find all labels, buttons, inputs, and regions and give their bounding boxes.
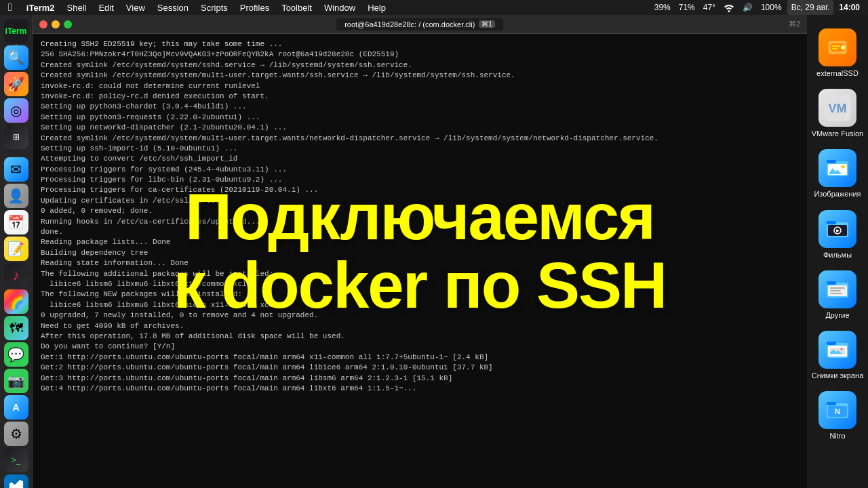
dock-icon-facetime[interactable]: 📷 xyxy=(4,369,28,393)
terminal-line-7: Setting up python3-chardet (3.0.4-4build… xyxy=(41,102,799,112)
terminal-line-6: invoke-rc.d: policy-rc.d denied executio… xyxy=(41,92,799,102)
externalssd-label: externalSSD xyxy=(816,69,859,78)
menu-left:  iTerm2 Shell Edit View Session Scripts… xyxy=(0,0,392,15)
dock-icon-maps[interactable]: 🗺 xyxy=(4,316,28,340)
terminal-line-4: Created symlink /etc/systemd/system/mult… xyxy=(41,70,799,81)
dock-icon-finder[interactable]: 🔍 xyxy=(4,45,28,70)
menu-edit[interactable]: Edit xyxy=(92,0,119,15)
dock-icon-messages[interactable]: 💬 xyxy=(4,342,28,367)
vmware-label: VMware Fusion xyxy=(812,129,863,138)
dock-icon-notes[interactable]: 📝 xyxy=(4,237,28,261)
other-folder-icon xyxy=(818,270,856,308)
tab-1-title: root@6a419d28e28c: / (com.docker.cli) xyxy=(344,20,475,28)
desktop-icon-films[interactable]: Фильмы xyxy=(810,210,865,260)
terminal-line-34: Get:4 http://ports.ubuntu.com/ubuntu-por… xyxy=(41,384,799,394)
window-controls xyxy=(39,20,72,28)
dock-icon-apps[interactable]: ⊞ xyxy=(4,125,28,149)
terminal-line-15: Processing triggers for ca-certificates … xyxy=(41,185,799,195)
images-folder-label: Изображения xyxy=(814,190,861,199)
terminal-line-21: Building dependency tree xyxy=(41,248,799,258)
menu-toolbelt[interactable]: Toolbelt xyxy=(275,0,318,15)
desktop-icon-vmware[interactable]: VM VMware Fusion xyxy=(810,89,865,138)
terminal-line-26: libice6 libsm6 libxmu6 libxt6 micro x11-… xyxy=(41,300,799,310)
terminal-line-25: The following NEW packages will be insta… xyxy=(41,289,799,300)
menu-right: 39% 71% 47° 🔊 100% Bc, 29 авг. 14:00 xyxy=(652,0,868,15)
maximize-button[interactable] xyxy=(64,20,72,28)
terminal-line-24: libice6 libsm6 libxmu6 libxt6 x11-common… xyxy=(41,279,799,289)
terminal-window: root@6a419d28e28c: / (com.docker.cli) ⌘1… xyxy=(33,15,807,488)
dock-icon-settings[interactable]: ⚙ xyxy=(4,422,28,446)
terminal-line-23: The following additional packages will b… xyxy=(41,269,799,279)
terminal-content[interactable]: Creating SSH2 ED25519 key; this may take… xyxy=(33,34,807,488)
time-status: 14:00 xyxy=(836,0,863,15)
desktop-icon-screenshots[interactable]: Снимки экрана xyxy=(810,331,865,380)
svg-rect-16 xyxy=(827,281,836,285)
terminal-line-3: Created symlink /etc/systemd/system/sshd… xyxy=(41,60,799,70)
terminal-line-5: invoke-rc.d: could not determine current… xyxy=(41,81,799,92)
menu-profiles[interactable]: Profiles xyxy=(234,0,275,15)
terminal-line-13: Processing triggers for systemd (245.4-4… xyxy=(41,165,799,175)
terminal-line-12: Attempting to convert /etc/ssh/ssh_impor… xyxy=(41,154,799,164)
close-button[interactable] xyxy=(39,20,47,28)
date-status: Bc, 29 авг. xyxy=(787,0,834,15)
screenshots-label: Снимки экрана xyxy=(812,371,864,380)
dock-icon-terminal[interactable]: >_ xyxy=(4,448,28,472)
terminal-line-19: done. xyxy=(41,227,799,237)
app-name[interactable]: iTerm2 xyxy=(20,0,61,15)
desktop-icon-images[interactable]: Изображения xyxy=(810,149,865,199)
terminal-line-32: Get:2 http://ports.ubuntu.com/ubuntu-por… xyxy=(41,363,799,373)
terminal-line-30: Do you want to continue? [Y/n] xyxy=(41,342,799,352)
dock-icon-calendar[interactable]: 📅 xyxy=(4,210,28,235)
menu-session[interactable]: Session xyxy=(151,0,195,15)
desktop-sidebar: externalSSD VM VMware Fusion Изображения xyxy=(807,15,868,488)
terminal-line-2: 256 SHA256:PMNzokr4rT0HZ3Qo]Mcv9VQAKG3+z… xyxy=(41,49,799,60)
terminal-line-16: Updating certificates in /etc/ssl/certs.… xyxy=(41,196,799,206)
nitro-folder-icon: N xyxy=(818,391,856,429)
terminal-tab-1[interactable]: root@6a419d28e28c: / (com.docker.cli) ⌘1 xyxy=(336,18,503,30)
svg-rect-27 xyxy=(827,402,836,405)
terminal-line-1: Creating SSH2 ED25519 key; this may take… xyxy=(41,39,799,49)
terminal-line-11: Setting up ssh-import-id (5.10-0ubuntu1)… xyxy=(41,144,799,154)
menu-view[interactable]: View xyxy=(120,0,151,15)
menu-window[interactable]: Window xyxy=(318,0,361,15)
volume-icon[interactable]: 🔊 xyxy=(740,0,755,15)
terminal-titlebar: root@6a419d28e28c: / (com.docker.cli) ⌘1… xyxy=(33,15,807,34)
minimize-button[interactable] xyxy=(52,20,60,28)
dock-icon-vscode[interactable] xyxy=(4,474,28,488)
svg-rect-19 xyxy=(830,290,841,291)
dock-icon-appstore[interactable]: A xyxy=(4,395,28,420)
svg-point-25 xyxy=(841,348,843,350)
dock-icon-music[interactable]: ♪ xyxy=(4,263,28,287)
dock-icon-photos[interactable]: 🌈 xyxy=(4,289,28,314)
wifi-icon[interactable] xyxy=(721,0,737,15)
terminal-line-27: 0 upgraded, 7 newly installed, 0 to remo… xyxy=(41,310,799,321)
menu-bar:  iTerm2 Shell Edit View Session Scripts… xyxy=(0,0,868,15)
dock-icon-siri[interactable]: ◎ xyxy=(4,98,28,123)
volume-percent: 100% xyxy=(758,0,785,15)
terminal-line-28: Need to get 4090 kB of archives. xyxy=(41,321,799,331)
desktop-icon-other[interactable]: Другие xyxy=(810,270,865,320)
terminal-line-29: After this operation, 17.8 MB of additio… xyxy=(41,331,799,342)
terminal-line-17: 0 added, 0 removed; done. xyxy=(41,206,799,216)
svg-rect-18 xyxy=(830,287,845,289)
desktop-icon-externalssd[interactable]: externalSSD xyxy=(810,28,865,78)
vmware-icon: VM xyxy=(818,89,856,127)
terminal-tabs: root@6a419d28e28c: / (com.docker.cli) ⌘1 xyxy=(336,18,503,30)
terminal-line-20: Reading package lists... Done xyxy=(41,237,799,247)
dock-icon-mail[interactable]: ✉ xyxy=(4,157,28,182)
images-folder-icon xyxy=(818,149,856,187)
dock-icon-launchpad[interactable]: 🚀 xyxy=(4,72,28,96)
svg-rect-20 xyxy=(830,293,842,294)
menu-shell[interactable]: Shell xyxy=(61,0,93,15)
dock: iTerm 🔍 🚀 ◎ ⊞ ✉ 👤 📅 📝 ♪ 🌈 🗺 💬 📷 A ⚙ >_ 🗑 xyxy=(0,15,33,488)
dock-icon-contacts[interactable]: 👤 xyxy=(4,184,28,208)
menu-scripts[interactable]: Scripts xyxy=(195,0,234,15)
terminal-line-22: Reading state information... Done xyxy=(41,258,799,268)
desktop-icon-nitro[interactable]: N Nitro xyxy=(810,391,865,441)
apple-menu[interactable]:  xyxy=(0,0,20,15)
menu-help[interactable]: Help xyxy=(361,0,392,15)
tab-1-number: ⌘1 xyxy=(479,20,495,28)
films-folder-icon xyxy=(818,210,856,248)
terminal-line-9: Setting up networkd-dispatcher (2.1-2ubu… xyxy=(41,123,799,133)
dock-icon-iterm[interactable]: iTerm xyxy=(4,19,28,43)
